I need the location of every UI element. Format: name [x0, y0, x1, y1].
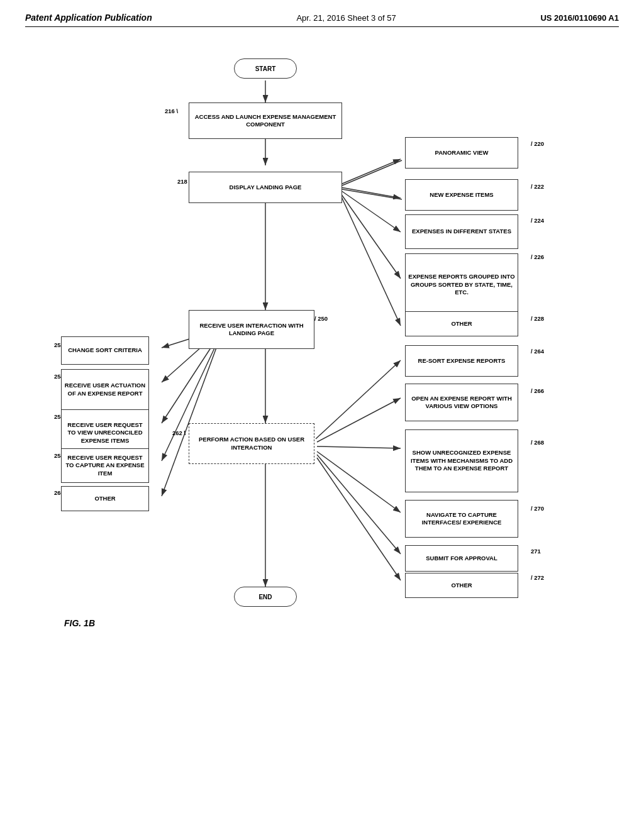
node-271: SUBMIT FOR APPROVAL	[405, 545, 518, 572]
label-228: / 228	[531, 315, 544, 322]
label-220: / 220	[531, 140, 544, 147]
header-left: Patent Application Publication	[25, 13, 152, 23]
node-218: DISPLAY LANDING PAGE	[189, 172, 342, 203]
svg-line-5	[341, 191, 401, 232]
svg-line-4	[341, 187, 401, 198]
label-271: 271	[531, 548, 541, 555]
node-226: EXPENSE REPORTS GROUPED INTO GROUPS SORT…	[405, 253, 518, 316]
label-270: / 270	[531, 505, 544, 512]
svg-line-11	[162, 336, 218, 423]
label-264: / 264	[531, 348, 544, 355]
label-250: / 250	[314, 315, 328, 322]
node-266: OPEN AN EXPENSE REPORT WITH VARIOUS VIEW…	[405, 384, 518, 421]
label-216: 216 \	[165, 108, 178, 114]
node-252: CHANGE SORT CRITERIA	[61, 336, 149, 365]
svg-line-15	[316, 360, 401, 439]
svg-line-19	[317, 455, 401, 554]
node-250: RECEIVE USER INTERACTION WITH LANDING PA…	[189, 310, 314, 349]
end-node: END	[234, 587, 297, 607]
page: Patent Application Publication Apr. 21, …	[0, 0, 644, 830]
node-258: RECEIVE USER REQUEST TO CAPTURE AN EXPEN…	[61, 448, 149, 483]
node-216: ACCESS AND LAUNCH EXPENSE MANAGEMENT COM…	[189, 102, 342, 139]
node-228: OTHER	[405, 311, 518, 336]
label-266: / 266	[531, 387, 544, 394]
node-268: SHOW UNRECOGNIZED EXPENSE ITEMS WITH MEC…	[405, 429, 518, 492]
label-224: / 224	[531, 217, 544, 224]
label-222: / 222	[531, 183, 544, 190]
node-270: NAVIGATE TO CAPTURE INTERFACES/ EXPERIEN…	[405, 500, 518, 538]
node-262: PERFORM ACTION BASED ON USER INTERACTION	[189, 423, 314, 464]
svg-line-22	[342, 160, 402, 185]
svg-line-3	[341, 159, 401, 184]
node-272: OTHER	[405, 573, 518, 598]
label-268: / 268	[531, 439, 544, 446]
svg-line-18	[317, 451, 401, 512]
header-center: Apr. 21, 2016 Sheet 3 of 57	[296, 13, 396, 23]
page-header: Patent Application Publication Apr. 21, …	[25, 13, 619, 27]
figure-label: FIG. 1B	[64, 618, 95, 628]
svg-line-20	[317, 458, 401, 580]
svg-line-17	[317, 446, 401, 448]
node-260: OTHER	[61, 486, 149, 511]
node-220: PANORAMIC VIEW	[405, 137, 518, 169]
svg-line-16	[317, 398, 401, 442]
svg-line-13	[162, 343, 218, 496]
diagram-area: START 216 \ ACCESS AND LAUNCH EXPENSE MA…	[26, 40, 618, 763]
node-264: RE-SORT EXPENSE REPORTS	[405, 345, 518, 377]
svg-line-23	[342, 189, 402, 199]
svg-line-7	[341, 196, 401, 326]
node-254: RECEIVE USER ACTUATION OF AN EXPENSE REP…	[61, 369, 149, 410]
label-262: 262 \	[172, 429, 186, 436]
start-node: START	[234, 58, 297, 79]
label-272: / 272	[531, 574, 544, 581]
header-right: US 2016/0110690 A1	[540, 13, 619, 23]
svg-line-6	[341, 194, 401, 279]
node-224: EXPENSES IN DIFFERENT STATES	[405, 214, 518, 249]
label-226: / 226	[531, 253, 544, 260]
node-222: NEW EXPENSE ITEMS	[405, 179, 518, 211]
